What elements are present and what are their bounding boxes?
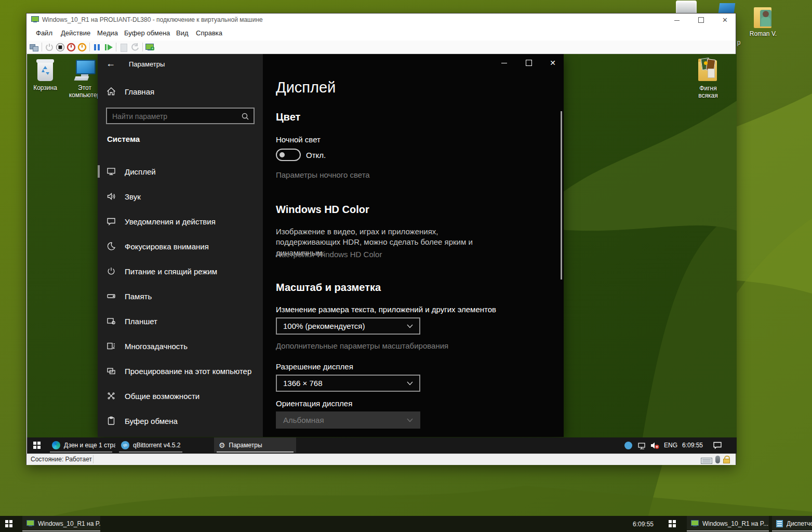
settings-maximize-button[interactable] <box>524 58 534 68</box>
sidebar-item-display[interactable]: Дисплей <box>98 161 263 182</box>
sidebar-item-label: Проецирование на этот компьютер <box>125 367 251 376</box>
chevron-down-icon <box>407 381 413 385</box>
settings-minimize-button[interactable] <box>499 58 509 68</box>
chevron-down-icon <box>407 324 413 328</box>
sidebar-item-notifications[interactable]: Уведомления и действия <box>98 211 263 232</box>
sidebar-item-storage[interactable]: Память <box>98 286 263 307</box>
scale-dropdown[interactable]: 100% (рекомендуется) <box>276 317 420 335</box>
menu-view[interactable]: Вид <box>176 29 189 37</box>
toggle-knob <box>279 152 285 157</box>
guest-this-pc-icon[interactable] <box>74 59 95 83</box>
host-start-button-secondary[interactable] <box>669 520 676 527</box>
start-vm-icon[interactable] <box>45 43 54 52</box>
resume-vm-icon[interactable] <box>104 43 113 52</box>
sidebar-item-clipboard[interactable]: Буфер обмена <box>98 410 263 431</box>
vm-titlebar[interactable]: Windows_10_R1 на PROLIANT-DL380 - подклю… <box>26 14 736 26</box>
guest-taskbar-qbittorrent-tab[interactable]: qb qBittorrent v4.5.2 <box>116 437 186 453</box>
sidebar-item-label: Память <box>125 292 152 301</box>
guest-taskbar: Дзен и еще 1 страни... qb qBittorrent v4… <box>27 437 737 454</box>
host-recycle-bin-icon[interactable] <box>676 1 697 13</box>
display-icon <box>106 166 116 177</box>
menu-file[interactable]: Файл <box>36 29 52 37</box>
orientation-dropdown-value: Альбомная <box>283 416 324 424</box>
settings-search-box[interactable] <box>106 108 255 124</box>
save-state-icon[interactable] <box>119 43 128 52</box>
host-taskbar-vm-button[interactable]: Windows_10_R1 на P... <box>22 516 100 531</box>
taskbar-button-label: Windows_10_R1 на P... <box>38 520 100 527</box>
guest-screen: Корзина Этот компьютер Фигня всякая ← Па… <box>27 54 737 454</box>
sidebar-item-multitasking[interactable]: Многозадачность <box>98 336 263 356</box>
night-light-settings-link[interactable]: Параметры ночного света <box>276 170 370 179</box>
pause-vm-icon[interactable] <box>92 43 102 52</box>
settings-sidebar: ← Параметры Главная Система Дисплей <box>98 54 263 437</box>
sidebar-item-projecting[interactable]: Проецирование на этот компьютер <box>98 361 263 381</box>
tray-network-icon[interactable] <box>638 442 646 448</box>
back-icon[interactable]: ← <box>106 58 115 69</box>
guest-recycle-bin-icon[interactable] <box>36 58 55 82</box>
action-center-icon[interactable] <box>713 442 722 451</box>
qbittorrent-icon: qb <box>121 441 129 449</box>
host-taskbar-taskmgr-button[interactable]: Диспетчер <box>772 516 812 531</box>
host-taskbar-clock[interactable]: 6:09:55 <box>633 521 654 528</box>
shutdown-vm-icon[interactable] <box>66 43 76 52</box>
tray-clock[interactable]: 6:09:55 <box>682 442 703 449</box>
orientation-label: Ориентация дисплея <box>276 399 352 408</box>
guest-taskbar-settings-tab[interactable]: ⚙ Параметры <box>214 437 296 453</box>
vm-connection-window: Windows_10_R1 на PROLIANT-DL380 - подклю… <box>26 13 736 465</box>
search-input[interactable] <box>111 110 233 123</box>
sidebar-item-power[interactable]: Питание и спящий режим <box>98 261 263 282</box>
settings-section-title: Система <box>107 135 140 143</box>
vm-maximize-button[interactable] <box>697 16 705 24</box>
sidebar-item-home[interactable]: Главная <box>98 81 263 102</box>
guest-recycle-bin-label: Корзина <box>27 84 63 91</box>
vm-statusbar: Состояние: Работает <box>26 454 736 465</box>
menu-clipboard[interactable]: Буфер обмена <box>124 29 170 37</box>
resolution-dropdown-value: 1366 × 768 <box>283 379 323 388</box>
scale-label: Изменение размера текста, приложений и д… <box>276 305 496 314</box>
menu-action[interactable]: Действие <box>61 29 90 37</box>
guest-pictures-folder-icon[interactable] <box>697 57 719 83</box>
statusbar-divider <box>93 455 94 463</box>
vm-close-button[interactable]: ✕ <box>721 16 729 24</box>
taskbar-tab-label: qBittorrent v4.5.2 <box>133 442 180 449</box>
search-icon[interactable] <box>241 112 249 121</box>
host-user-folder-icon[interactable] <box>753 6 774 30</box>
host-start-button[interactable] <box>5 520 12 527</box>
host-folder-icon[interactable] <box>718 3 736 13</box>
vm-minimize-button[interactable] <box>672 16 681 24</box>
host-taskbar-vm-button-secondary[interactable]: Windows_10_R1 на P... <box>687 516 769 531</box>
advanced-scaling-link[interactable]: Дополнительные параметры масштабирования <box>276 341 448 350</box>
tray-qbittorrent-icon[interactable] <box>624 442 632 449</box>
host-user-folder-label[interactable]: Roman V. <box>745 30 781 37</box>
tray-language-indicator[interactable]: ENG <box>664 442 677 449</box>
checkpoint-icon[interactable]: + <box>145 43 155 52</box>
content-scrollbar[interactable] <box>561 111 562 280</box>
menu-media[interactable]: Медиа <box>97 29 118 37</box>
night-light-toggle[interactable] <box>276 149 301 161</box>
power-icon <box>106 266 116 276</box>
revert-checkpoint-icon[interactable] <box>130 43 140 52</box>
ctrl-alt-del-icon[interactable] <box>30 43 39 52</box>
hdr-settings-link[interactable]: Настройки Windows HD Color <box>276 250 382 259</box>
stop-vm-icon[interactable] <box>56 43 65 52</box>
guest-start-button[interactable] <box>33 442 41 449</box>
resolution-dropdown[interactable]: 1366 × 768 <box>276 375 420 392</box>
sidebar-item-sound[interactable]: Звук <box>98 186 263 207</box>
sidebar-item-focus-assist[interactable]: Фокусировка внимания <box>98 236 263 257</box>
storage-icon <box>106 291 116 301</box>
menu-help[interactable]: Справка <box>196 29 222 37</box>
color-heading: Цвет <box>276 111 300 123</box>
settings-close-button[interactable]: ✕ <box>548 58 557 68</box>
vm-app-icon <box>691 520 699 527</box>
taskbar-button-label: Диспетчер <box>787 520 812 527</box>
sidebar-item-shared-experiences[interactable]: Общие возможности <box>98 385 263 406</box>
sidebar-item-label: Общие возможности <box>125 392 199 401</box>
lock-icon <box>723 456 730 463</box>
guest-pictures-folder-label-2: всякая <box>691 92 725 99</box>
turn-off-vm-icon[interactable] <box>77 43 87 52</box>
sidebar-item-tablet[interactable]: Планшет <box>98 311 263 331</box>
sidebar-item-label: Уведомления и действия <box>125 217 216 226</box>
tray-volume-muted-icon[interactable] <box>650 442 660 449</box>
orientation-dropdown: Альбомная <box>276 411 420 429</box>
guest-taskbar-edge-tab[interactable]: Дзен и еще 1 страни... <box>47 437 115 453</box>
